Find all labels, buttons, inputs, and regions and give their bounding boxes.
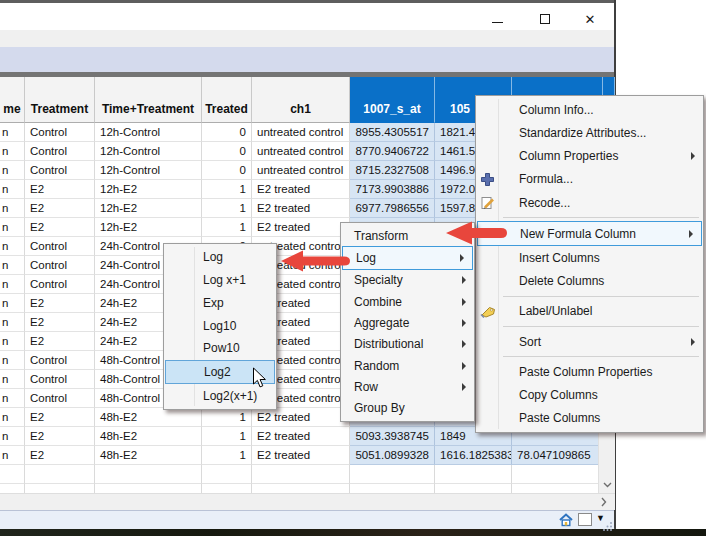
table-cell[interactable]: 8955.4305517 (350, 123, 435, 142)
table-cell[interactable]: 5093.3938745 (350, 427, 435, 446)
column-header-treatment[interactable]: Treatment (25, 77, 95, 123)
menu-item-sort[interactable]: Sort (476, 330, 703, 353)
table-cell[interactable]: n (0, 427, 25, 446)
menu-item-log[interactable]: Log (164, 246, 276, 269)
table-cell[interactable] (350, 465, 435, 484)
table-cell[interactable] (252, 465, 350, 484)
close-button[interactable]: ✕ (576, 9, 604, 29)
table-cell[interactable]: untreated control (252, 142, 350, 161)
table-cell[interactable]: E2 (25, 332, 95, 351)
table-cell[interactable] (95, 484, 202, 493)
table-cell[interactable]: Control (25, 275, 95, 294)
table-cell[interactable]: untreated control (252, 123, 350, 142)
table-cell[interactable]: n (0, 275, 25, 294)
menu-item-log10[interactable]: Log10 (164, 314, 276, 337)
table-cell[interactable]: 12h-Control (95, 142, 202, 161)
column-header-me[interactable]: me (0, 77, 25, 123)
table-cell[interactable] (435, 484, 512, 493)
menu-item-column-properties[interactable]: Column Properties (476, 144, 703, 167)
table-cell[interactable]: untreated control (252, 161, 350, 180)
menu-item-formula[interactable]: Formula... (476, 168, 703, 191)
table-cell[interactable]: Control (25, 142, 95, 161)
table-cell[interactable] (435, 465, 512, 484)
table-cell[interactable]: E2 (25, 313, 95, 332)
table-cell[interactable]: n (0, 408, 25, 427)
horizontal-scrollbar[interactable] (0, 493, 615, 510)
table-cell[interactable] (95, 465, 202, 484)
table-cell[interactable]: E2 (25, 408, 95, 427)
table-cell[interactable] (252, 484, 350, 493)
table-cell[interactable] (512, 484, 603, 493)
table-cell[interactable] (0, 465, 25, 484)
menu-item-combine[interactable]: Combine (341, 291, 474, 312)
table-cell[interactable]: n (0, 161, 25, 180)
table-cell[interactable]: E2 (25, 218, 95, 237)
home-icon[interactable] (559, 513, 573, 531)
table-cell[interactable]: n (0, 218, 25, 237)
table-cell[interactable]: n (0, 351, 25, 370)
table-cell[interactable]: Control (25, 370, 95, 389)
menu-item-copy-columns[interactable]: Copy Columns (476, 384, 703, 407)
table-cell[interactable]: n (0, 313, 25, 332)
table-cell[interactable]: Control (25, 123, 95, 142)
menu-item-log[interactable]: Log (342, 246, 473, 269)
table-cell[interactable]: 48h-E2 (95, 446, 202, 465)
table-cell[interactable]: 78.047109865 (512, 446, 603, 465)
menu-item-log2[interactable]: Log2 (165, 360, 275, 385)
table-cell[interactable]: n (0, 180, 25, 199)
table-cell[interactable]: 1 (202, 408, 252, 427)
table-cell[interactable]: n (0, 446, 25, 465)
table-cell[interactable]: E2 treated (252, 199, 350, 218)
menu-item-row[interactable]: Row (341, 376, 474, 397)
table-cell[interactable]: 0 (202, 142, 252, 161)
table-cell[interactable]: 1 (202, 427, 252, 446)
table-cell[interactable] (0, 484, 25, 493)
table-cell[interactable]: 12h-E2 (95, 180, 202, 199)
table-cell[interactable] (512, 465, 603, 484)
table-cell[interactable]: 7173.9903886 (350, 180, 435, 199)
column-header-time-treatment[interactable]: Time+Treatment (95, 77, 202, 123)
column-header-ch1[interactable]: ch1 (252, 77, 350, 123)
menu-item-distributional[interactable]: Distributional (341, 334, 474, 355)
table-cell[interactable]: Control (25, 351, 95, 370)
table-cell[interactable]: 12h-E2 (95, 199, 202, 218)
menu-item-new-formula-column[interactable]: New Formula Column (477, 221, 702, 246)
menu-item-group-by[interactable]: Group By (341, 398, 474, 419)
table-cell[interactable]: n (0, 142, 25, 161)
menu-item-label-unlabel[interactable]: Label/Unlabel (476, 300, 703, 323)
minimize-button[interactable] (483, 9, 511, 29)
table-cell[interactable]: E2 (25, 180, 95, 199)
table-cell[interactable]: 12h-Control (95, 123, 202, 142)
table-cell[interactable]: E2 treated (252, 408, 350, 427)
table-cell[interactable]: 1 (202, 218, 252, 237)
resize-grip[interactable] (603, 517, 613, 535)
table-cell[interactable]: 48h-E2 (95, 427, 202, 446)
menu-item-log2-x-1[interactable]: Log2(x+1) (164, 384, 276, 407)
menu-item-aggregate[interactable]: Aggregate (341, 312, 474, 333)
table-cell[interactable]: 48h-E2 (95, 408, 202, 427)
table-cell[interactable]: Control (25, 256, 95, 275)
menu-item-random[interactable]: Random (341, 355, 474, 376)
table-cell[interactable]: 12h-E2 (95, 218, 202, 237)
table-cell[interactable]: Control (25, 237, 95, 256)
table-cell[interactable]: n (0, 294, 25, 313)
menu-item-standardize-attributes[interactable]: Standardize Attributes... (476, 121, 703, 144)
table-cell[interactable]: n (0, 237, 25, 256)
menu-item-recode[interactable]: Recode... (476, 191, 703, 214)
table-cell[interactable]: E2 treated (252, 427, 350, 446)
menu-item-paste-columns[interactable]: Paste Columns (476, 407, 703, 430)
table-cell[interactable]: n (0, 123, 25, 142)
menu-item-paste-column-properties[interactable]: Paste Column Properties (476, 360, 703, 383)
table-cell[interactable]: Control (25, 389, 95, 408)
table-cell[interactable]: n (0, 199, 25, 218)
table-cell[interactable]: E2 (25, 294, 95, 313)
table-cell[interactable]: E2 treated (252, 446, 350, 465)
table-cell[interactable] (350, 484, 435, 493)
menu-item-insert-columns[interactable]: Insert Columns (476, 246, 703, 269)
menu-item-column-info[interactable]: Column Info... (476, 98, 703, 121)
table-cell[interactable]: Control (25, 161, 95, 180)
table-cell[interactable]: 8715.2327508 (350, 161, 435, 180)
table-cell[interactable] (25, 465, 95, 484)
table-cell[interactable] (25, 484, 95, 493)
table-cell[interactable]: 0 (202, 123, 252, 142)
